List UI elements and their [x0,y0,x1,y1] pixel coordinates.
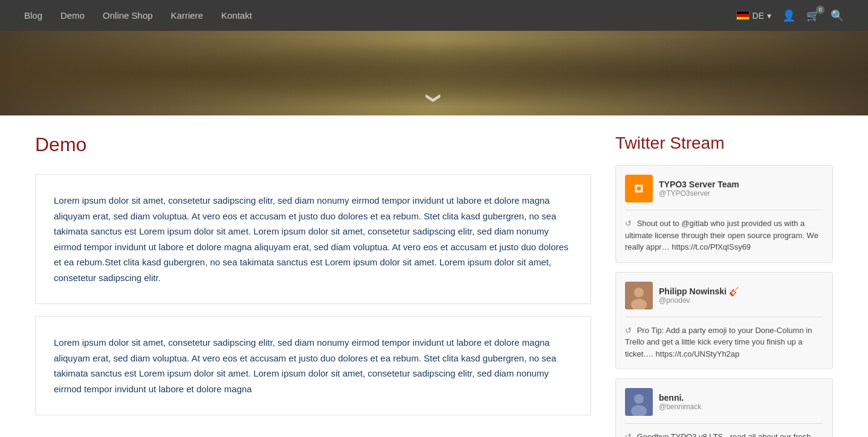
nav-kontakt[interactable]: Kontakt [221,1,252,30]
page-title: Demo [35,134,591,156]
typo3-logo-icon [629,179,649,198]
cart-count: 0 [816,5,824,14]
tweet-separator-1 [625,210,823,210]
sidebar: Twitter Stream TYPO3 Server Team @TYPO3s… [615,134,833,437]
tweet-handle-3: @bennimack [659,403,823,411]
svg-point-5 [634,288,644,297]
retweet-icon-2: ↺ [625,326,632,335]
retweet-icon-1: ↺ [625,219,632,228]
content-area: Demo Lorem ipsum dolor sit amet, consete… [35,134,591,437]
flag-icon [736,11,750,20]
tweet-user-2: Philipp Nowinski 🎸 @pnodev [625,282,823,309]
svg-rect-3 [637,187,641,190]
avatar-typo3 [625,175,653,202]
tweet-user-info-1: TYPO3 Server Team @TYPO3server [659,180,823,198]
tweet-handle-1: @TYPO3server [659,189,823,198]
tweet-name-2: Philipp Nowinski 🎸 [659,286,823,296]
tweet-name-3: benni. [659,393,823,403]
tweet-card-1: TYPO3 Server Team @TYPO3server ↺ Shout o… [615,165,833,263]
nav-online-shop[interactable]: Online Shop [103,1,153,30]
text-content-1: Lorem ipsum dolor sit amet, consetetur s… [54,193,572,285]
nav-karriere[interactable]: Karriere [171,1,203,30]
nav-right: DE ▾ 👤 🛒 0 🔍 [736,9,844,22]
twitter-stream-title: Twitter Stream [615,134,833,153]
tweet-text-3: ↺ Goodbye TYPO3 v8 LTS - read all about … [625,431,823,437]
tweet-user-info-2: Philipp Nowinski 🎸 @pnodev [659,286,823,305]
svg-point-8 [634,394,644,404]
main-container: Demo Lorem ipsum dolor sit amet, consete… [11,115,857,437]
tweet-name-1: TYPO3 Server Team [659,180,823,189]
tweet-user-info-3: benni. @bennimack [659,393,823,411]
user-icon[interactable]: 👤 [782,9,795,22]
search-icon[interactable]: 🔍 [831,9,844,22]
nav-blog[interactable]: Blog [24,1,42,30]
scroll-down-icon[interactable]: ❯ [426,92,442,104]
tweet-separator-3 [625,423,823,424]
nav-links: Blog Demo Online Shop Karriere Kontakt [24,1,252,30]
tweet-card-3: benni. @bennimack ↺ Goodbye TYPO3 v8 LTS… [615,378,833,437]
hero-banner: ❯ [0,31,868,115]
language-code: DE [753,11,764,21]
tweet-text-1: ↺ Shout out to @gitlab who just provided… [625,218,823,253]
tweet-card-2: Philipp Nowinski 🎸 @pnodev ↺ Pro Tip: Ad… [615,272,833,370]
user-avatar-icon-2 [625,388,653,416]
avatar-benni [625,388,653,416]
tweet-handle-2: @pnodev [659,296,823,305]
chevron-down-icon: ▾ [767,11,771,21]
tweet-separator-2 [625,317,823,317]
text-content-2: Lorem ipsum dolor sit amet, consetetur s… [54,335,572,397]
tweet-user-3: benni. @bennimack [625,388,823,416]
tweet-text-2: ↺ Pro Tip: Add a party emoji to your Don… [625,325,823,360]
navigation: Blog Demo Online Shop Karriere Kontakt D… [0,0,868,31]
text-block-2: Lorem ipsum dolor sit amet, consetetur s… [35,316,591,415]
text-block-1: Lorem ipsum dolor sit amet, consetetur s… [35,174,591,304]
avatar-philipp [625,282,653,309]
language-selector[interactable]: DE ▾ [736,11,771,21]
user-avatar-icon [625,282,653,309]
nav-demo[interactable]: Demo [60,1,85,30]
retweet-icon-3: ↺ [625,432,632,437]
cart-icon[interactable]: 🛒 0 [806,9,820,22]
tweet-user-1: TYPO3 Server Team @TYPO3server [625,175,823,202]
